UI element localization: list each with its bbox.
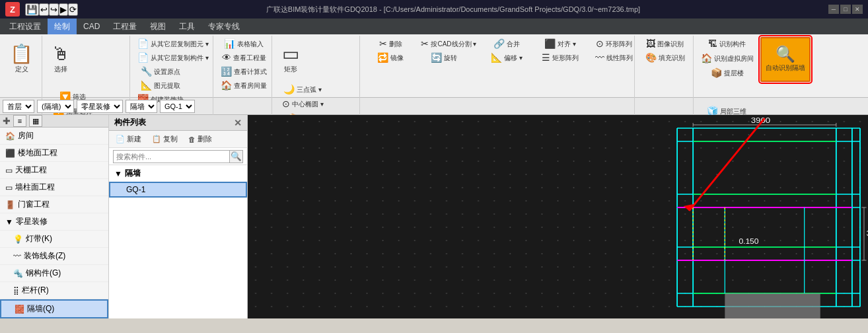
- partition-wall-item[interactable]: 🧱 隔墙(Q): [0, 299, 108, 318]
- circular-array-btn[interactable]: ⊙ 环形阵列: [587, 37, 640, 50]
- delete-component-btn[interactable]: 🗑 删除: [186, 133, 215, 145]
- copy-component-btn[interactable]: 📋 复制: [149, 133, 180, 145]
- view-room-btn[interactable]: 🏠 查看房间量: [217, 79, 270, 92]
- copy-element-btn[interactable]: 📄 从其它层复制图元 ▾: [134, 37, 212, 50]
- component-panel-actions: 📄 新建 📋 复制 🗑 删除: [109, 131, 247, 148]
- misc-decoration-item[interactable]: ▼ 零星装修: [0, 213, 108, 231]
- group-modify-buttons: ✂ 删除 🔁 镜像 ✂ 按CAD线分割 ▾ 🔄 旋转 🔗 合并: [364, 37, 631, 77]
- delete-btn[interactable]: ✂ 删除: [364, 37, 417, 50]
- svg-rect-2: [248, 115, 868, 318]
- new-component-btn[interactable]: 📄 新建: [113, 133, 144, 145]
- list-view-btn[interactable]: ≡: [13, 115, 26, 127]
- table-input-btn[interactable]: 📊 表格输入: [217, 37, 270, 50]
- minimize-btn[interactable]: ─: [828, 5, 839, 14]
- recog-virtual-room-btn[interactable]: 🏠 识别虚拟房间: [698, 52, 757, 65]
- define-icon: 📋: [10, 45, 33, 63]
- split-btn[interactable]: ✂ 按CAD线分割 ▾: [417, 37, 480, 50]
- qa-undo[interactable]: ↩: [39, 3, 49, 16]
- define-label: 定义: [15, 65, 28, 74]
- search-input[interactable]: [113, 150, 230, 163]
- select-icon: 🖱: [52, 45, 70, 63]
- cad-drawing: 3900 300 0.150: [248, 115, 868, 318]
- comp-item-gq1[interactable]: GQ-1: [109, 182, 247, 198]
- component-panel-title: 构件列表 ✕: [109, 115, 247, 131]
- set-origin-btn[interactable]: 🔧 设置原点: [134, 65, 187, 78]
- search-row: 🔍: [109, 148, 247, 165]
- fill-recog-btn[interactable]: 🎨 填充识别: [639, 51, 692, 64]
- room-item[interactable]: 🏠 房间: [0, 128, 108, 145]
- menu-project-settings[interactable]: 工程设置: [3, 18, 48, 34]
- left-panel-toolbar: ✚ ≡ ▦: [0, 115, 108, 128]
- menu-draw[interactable]: 绘制: [48, 18, 77, 34]
- arc-btn[interactable]: 🌙 三点弧 ▾: [276, 83, 329, 96]
- mirror-btn[interactable]: 🔁 镜像: [364, 51, 417, 64]
- auto-recog-icon: 🔍: [776, 46, 795, 62]
- decoration-line-item[interactable]: 〰 装饰线条(Z): [0, 248, 108, 265]
- add-icon: ✚: [3, 116, 11, 126]
- auto-recog-label: 自动识别隔墙: [766, 63, 805, 73]
- linear-array-btn2[interactable]: 〰 线性阵列: [587, 51, 640, 64]
- menubar: 工程设置 绘制 CAD 工程量 视图 工具 专家专线: [0, 18, 868, 34]
- left-panel: ✚ ≡ ▦ 🏠 房间 ⬛ 楼地面工程 ▭ 天棚工程 ▭ 墙柱面工程 🚪 门窗工程…: [0, 115, 109, 318]
- wall-surface-item[interactable]: ▭ 墙柱面工程: [0, 179, 108, 196]
- define-btn[interactable]: 📋 定义: [5, 37, 38, 82]
- select-label: 选择: [54, 65, 67, 74]
- qa-refresh[interactable]: ⟳: [68, 3, 78, 16]
- menu-tools[interactable]: 工具: [172, 18, 201, 34]
- menu-cad[interactable]: CAD: [77, 18, 106, 34]
- main-area: ✚ ≡ ▦ 🏠 房间 ⬛ 楼地面工程 ▭ 天棚工程 ▭ 墙柱面工程 🚪 门窗工程…: [0, 115, 868, 318]
- app-logo: Z: [5, 2, 20, 17]
- menu-expert[interactable]: 专家专线: [201, 18, 246, 34]
- image-recog-btn[interactable]: 🖼 图像识别: [639, 37, 692, 50]
- cad-canvas[interactable]: 3900 300 0.150: [248, 115, 868, 318]
- decoration-select[interactable]: 零星装修: [77, 100, 123, 113]
- titlebar: Z 💾 ↩ ↪ ▶ ⟳ 广联达BIM装饰计量软件GDQ2018 - [C:/Us…: [0, 0, 868, 18]
- menu-view[interactable]: 视图: [143, 18, 172, 34]
- view-formula-btn[interactable]: 🔢 查看计算式: [217, 65, 270, 78]
- ceiling-item[interactable]: ▭ 天棚工程: [0, 162, 108, 179]
- rect-btn[interactable]: ▭ 矩形: [276, 37, 305, 82]
- steel-item[interactable]: 🔩 钢构件(G): [0, 265, 108, 282]
- ellipse-btn[interactable]: ⊙ 中心椭圆 ▾: [276, 97, 329, 110]
- comp-group-wall[interactable]: ▼ 隔墙: [109, 165, 247, 182]
- grid-view-btn[interactable]: ▦: [29, 115, 42, 127]
- close-btn[interactable]: ✕: [852, 5, 863, 14]
- select-btn[interactable]: 🖱 选择: [46, 37, 75, 82]
- light-band-item[interactable]: 💡 灯带(K): [0, 231, 108, 248]
- search-btn[interactable]: 🔍: [230, 150, 243, 163]
- merge-btn[interactable]: 🔗 合并: [480, 37, 533, 50]
- component-tree: ▼ 隔墙 GQ-1: [109, 165, 247, 318]
- wall-type-select[interactable]: 隔墙: [126, 100, 157, 113]
- extract-btn[interactable]: 📐 图元提取: [134, 79, 187, 92]
- qa-run[interactable]: ▶: [59, 3, 68, 16]
- room-select[interactable]: (隔墙): [37, 100, 74, 113]
- svg-text:0.150: 0.150: [739, 238, 758, 245]
- copy-component-btn[interactable]: 📄 从其它层复制构件 ▾: [134, 51, 212, 64]
- window-controls: ─ □ ✕: [828, 5, 863, 14]
- auto-recog-wall-btn[interactable]: 🔍 自动识别隔墙: [760, 37, 811, 82]
- extract-floor-btn[interactable]: 📦 提层楼: [698, 66, 757, 79]
- app-title: 广联达BIM装饰计量软件GDQ2018 - [C:/Users/Administ…: [78, 5, 828, 15]
- ribbon: 📋 定义 定义 🖱 选择 🔽 筛选 🔽: [0, 34, 868, 98]
- linear-array-btn[interactable]: ☰ 矩形阵列: [534, 51, 587, 64]
- svg-rect-33: [725, 293, 820, 318]
- railing-item[interactable]: ⣿ 栏杆(R): [0, 282, 108, 299]
- maximize-btn[interactable]: □: [840, 5, 851, 14]
- offset-btn[interactable]: 📐 偏移 ▾: [480, 51, 533, 64]
- align-btn[interactable]: ⬛ 对齐 ▾: [534, 37, 587, 50]
- rotate-btn[interactable]: 🔄 旋转: [417, 51, 470, 64]
- panel-close-btn[interactable]: ✕: [234, 118, 242, 128]
- qa-redo[interactable]: ↪: [49, 3, 59, 16]
- door-window-item[interactable]: 🚪 门窗工程: [0, 196, 108, 213]
- floor-select[interactable]: 首层: [3, 100, 34, 113]
- recog-component-btn[interactable]: 🏗 识别构件: [698, 37, 757, 50]
- menu-quantity[interactable]: 工程量: [106, 18, 143, 34]
- component-panel: 构件列表 ✕ 📄 新建 📋 复制 🗑 删除 🔍 ▼ 隔墙: [109, 115, 248, 318]
- view-quantity-btn[interactable]: 👁 查看工程量: [217, 51, 270, 64]
- floor-item[interactable]: ⬛ 楼地面工程: [0, 145, 108, 162]
- component-select[interactable]: GQ-1: [160, 100, 195, 113]
- qa-save[interactable]: 💾: [25, 3, 39, 16]
